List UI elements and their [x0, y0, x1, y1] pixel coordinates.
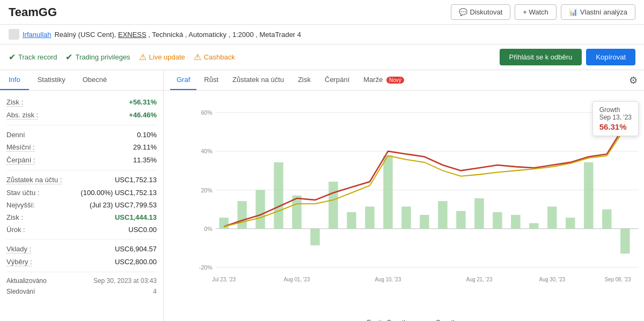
zisk2-label: Zisk : [6, 213, 23, 221]
sidebar-tabs: Info Statistiky Obecné [0, 70, 163, 91]
chart-legend: Equity Growth Growth [164, 317, 644, 321]
chart-svg: 60% 40% 20% 0% -20% [191, 96, 639, 301]
bar [493, 212, 502, 229]
bar [602, 210, 611, 229]
stat-sledovani: Sledování 4 [6, 286, 157, 297]
chart-tab-rust[interactable]: Růst [197, 70, 225, 90]
zisk-label: Zisk : [6, 98, 23, 107]
header-actions: 💬 Diskutovat + Watch 📊 Vlastní analýza [451, 4, 635, 20]
urok-value: USC0.00 [128, 226, 157, 234]
svg-text:Aug 01, '23: Aug 01, '23 [284, 277, 310, 282]
tooltip-title: Growth [599, 106, 632, 114]
tab-statistiky[interactable]: Statistiky [29, 70, 74, 90]
bar [456, 211, 465, 229]
chart-tab-marze[interactable]: Marže Nový [357, 70, 411, 90]
trading-privileges-badge: ✔ Trading privileges [65, 52, 130, 62]
chart-tabs: Graf Růst Zůstatek na účtu Zisk Čerpání … [164, 70, 644, 91]
bar [274, 162, 283, 229]
svg-text:60%: 60% [201, 109, 213, 116]
svg-text:Aug 21, '23: Aug 21, '23 [466, 277, 492, 282]
legend-equity-label: Equity Growth [367, 319, 407, 321]
svg-text:Sep 08, '23: Sep 08, '23 [605, 277, 631, 282]
bar-neg [310, 229, 319, 245]
vybery-label: Výběry : [6, 258, 32, 266]
stat-abs-zisk: Abs. zisk : +46.46% [6, 109, 157, 122]
stat-cerpani: Čerpání : 11.35% [6, 154, 157, 167]
abs-zisk-label: Abs. zisk : [6, 111, 38, 120]
bar [438, 201, 447, 229]
chart-wrapper: 60% 40% 20% 0% -20% [164, 91, 644, 317]
urok-label: Úrok : [6, 226, 25, 234]
stat-vklady: Vklady : USC6,904.57 [6, 243, 157, 256]
cerpani-label: Čerpání : [6, 156, 35, 165]
nejvyssi-value: (Jul 23) USC7,799.53 [90, 201, 157, 209]
legend-growth: Growth [420, 319, 457, 321]
sledovani-label: Sledování [6, 288, 35, 295]
bar [511, 215, 520, 229]
own-analysis-button[interactable]: 📊 Vlastní analýza [561, 4, 635, 20]
chart-tab-zustatek[interactable]: Zůstatek na účtu [226, 70, 290, 90]
stat-nejvyssi: Nejvyšší: (Jul 23) USC7,799.53 [6, 199, 157, 211]
bar [365, 206, 374, 228]
watch-button[interactable]: + Watch [515, 4, 557, 20]
aktualizovano-label: Aktualizováno [6, 277, 47, 285]
warn-icon: ⚠ [139, 52, 147, 62]
chart-tab-zisk[interactable]: Zisk [291, 70, 317, 90]
zisk-value: +56.31% [129, 98, 157, 106]
chart-icon: 📊 [569, 8, 577, 16]
copy-button[interactable]: Kopírovat [586, 49, 635, 65]
vklady-label: Vklady : [6, 245, 31, 253]
abs-zisk-value: +46.46% [129, 111, 157, 119]
mesicni-label: Měsíční : [6, 143, 35, 152]
zisk2-value: USC1,444.13 [115, 213, 157, 221]
user-link[interactable]: Irfanullah [23, 31, 51, 39]
stav-label: Stav účtu : [6, 189, 39, 197]
bar [529, 223, 538, 228]
tooltip-date: Sep 13, '23 [599, 114, 632, 121]
user-bar: Irfanullah Reálný (USC Cent), EXNESS , T… [0, 25, 644, 44]
page-title: TeamGG [9, 5, 57, 19]
svg-text:0%: 0% [204, 226, 213, 232]
bar [584, 162, 593, 229]
cta-buttons: Přihlásit se k odběru Kopírovat [500, 49, 635, 65]
tab-info[interactable]: Info [0, 70, 29, 90]
cashback-badge: ⚠ Cashback [194, 52, 235, 62]
chart-tooltip: Growth Sep 13, '23 56.31% [592, 101, 639, 136]
svg-text:20%: 20% [201, 186, 213, 193]
bar [219, 218, 228, 229]
stat-aktualizovano: Aktualizováno Sep 30, 2023 at 03:43 [6, 275, 157, 286]
stat-mesicni: Měsíční : 29.11% [6, 141, 157, 154]
bar [237, 201, 246, 229]
svg-text:Aug 30, '23: Aug 30, '23 [539, 277, 565, 282]
denni-value: 0.10% [137, 131, 157, 139]
stat-denni: Denní 0.10% [6, 129, 157, 141]
nejvyssi-label: Nejvyšší: [6, 201, 35, 209]
settings-icon[interactable]: ⚙ [629, 74, 638, 86]
aktualizovano-value: Sep 30, 2023 at 03:43 [93, 277, 157, 285]
chart-tab-graf[interactable]: Graf [170, 70, 196, 90]
bar [383, 156, 392, 229]
svg-text:-20%: -20% [199, 264, 213, 271]
badges-bar: ✔ Track record ✔ Trading privileges ⚠ Li… [0, 44, 644, 70]
bar [401, 206, 411, 228]
main-layout: Info Statistiky Obecné Zisk : +56.31% Ab… [0, 70, 644, 321]
discuss-icon: 💬 [459, 8, 467, 16]
bar [547, 206, 557, 228]
subscribe-button[interactable]: Přihlásit se k odběru [500, 49, 582, 65]
tab-obecne[interactable]: Obecné [74, 70, 116, 90]
growth-line [224, 120, 628, 226]
chart-area: Graf Růst Zůstatek na účtu Zisk Čerpání … [164, 70, 644, 321]
legend-growth-label: Growth [436, 319, 457, 321]
avatar [9, 29, 19, 40]
new-badge: Nový [386, 77, 404, 84]
stat-zisk: Zisk : +56.31% [6, 96, 157, 109]
tooltip-value: 56.31% [599, 122, 632, 131]
bar [255, 190, 265, 229]
broker-link[interactable]: EXNESS [118, 31, 147, 39]
header: TeamGG 💬 Diskutovat + Watch 📊 Vlastní an… [0, 0, 644, 25]
discuss-button[interactable]: 💬 Diskutovat [451, 4, 511, 20]
bar [474, 198, 484, 229]
warn-icon-2: ⚠ [194, 52, 201, 62]
stat-zustatek: Zůstatek na účtu : USC1,752.13 [6, 174, 157, 186]
chart-tab-cerpani[interactable]: Čerpání [318, 70, 356, 90]
